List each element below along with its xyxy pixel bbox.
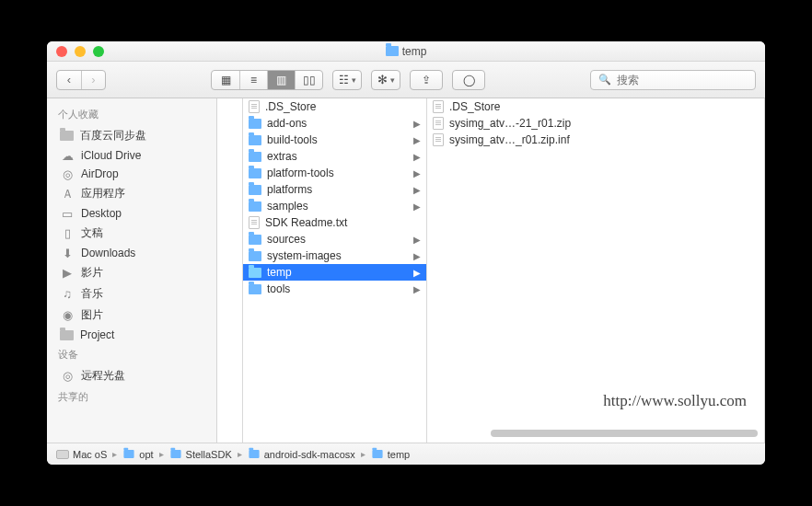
file-row[interactable]: SDK Readme.txt (243, 214, 426, 231)
file-name: system-images (267, 249, 342, 262)
folder-icon (249, 268, 261, 278)
path-bar: Mac oS▸opt▸StellaSDK▸android-sdk-macosx▸… (47, 443, 765, 465)
sidebar-item-label: 百度云同步盘 (80, 128, 146, 144)
path-separator: ▸ (236, 449, 244, 459)
finder-window: temp ‹ › ▦ ≡ ▥ ▯▯ ☷▾ ✻▾ ⇪ ◯ 🔍 个人收藏百度云同步盘… (47, 41, 765, 465)
chevron-right-icon: ▶ (413, 135, 421, 145)
chevron-right-icon: ▶ (413, 201, 421, 212)
view-list-button[interactable]: ≡ (239, 71, 267, 89)
window-title-text: temp (402, 45, 427, 58)
sidebar-item[interactable]: ▭Desktop (47, 204, 216, 223)
airdrop-icon: ◎ (60, 167, 75, 180)
sidebar-item[interactable]: ◎AirDrop (47, 165, 216, 183)
chevron-down-icon: ▾ (352, 75, 356, 85)
grid-icon: ▦ (221, 74, 231, 86)
sidebar-item[interactable]: Project (47, 326, 216, 344)
chevron-down-icon: ▾ (390, 75, 395, 85)
file-row[interactable]: tools▶ (243, 281, 426, 297)
sidebar-item-label: Desktop (81, 207, 122, 220)
file-name: sources (267, 233, 306, 246)
close-button[interactable] (56, 46, 67, 57)
chevron-right-icon: ▶ (413, 152, 421, 162)
file-row[interactable]: extras▶ (243, 148, 426, 165)
file-name: platforms (267, 183, 312, 196)
file-name: .DS_Store (449, 100, 500, 113)
titlebar: temp (47, 41, 765, 62)
folder-icon (249, 201, 261, 212)
file-row[interactable]: platform-tools▶ (243, 165, 426, 181)
tag-icon: ◯ (463, 74, 475, 86)
file-row[interactable]: system-images▶ (243, 247, 426, 264)
sidebar-item-label: 影片 (81, 265, 103, 281)
pictures-icon: ◉ (60, 309, 75, 322)
file-row[interactable]: sources▶ (243, 231, 426, 247)
search-icon: 🔍 (598, 74, 611, 86)
sidebar-item[interactable]: ♫音乐 (47, 283, 216, 305)
search-field[interactable]: 🔍 (590, 70, 756, 90)
sidebar: 个人收藏百度云同步盘☁︎iCloud Drive◎AirDropＡ应用程序▭De… (47, 98, 217, 443)
file-row[interactable]: .DS_Store (243, 98, 426, 115)
file-row[interactable]: sysimg_atv…-21_r01.zip (427, 115, 764, 132)
sidebar-item[interactable]: ▶︎影片 (47, 262, 216, 283)
horizontal-scrollbar[interactable] (217, 430, 758, 439)
folder-icon (249, 235, 261, 245)
minimize-button[interactable] (75, 46, 86, 57)
path-segment[interactable]: temp (388, 449, 410, 460)
folder-icon (249, 284, 261, 294)
file-icon (433, 133, 444, 146)
folder-icon (249, 251, 261, 261)
view-gallery-button[interactable]: ▯▯ (295, 71, 322, 89)
path-segment[interactable]: Mac oS (73, 449, 107, 460)
path-segment[interactable]: android-sdk-macosx (264, 449, 355, 460)
sidebar-item-label: Project (80, 328, 114, 341)
action-button[interactable]: ✻▾ (372, 71, 400, 89)
zoom-button[interactable] (93, 46, 104, 57)
file-row[interactable]: temp▶ (243, 264, 426, 281)
sidebar-section-header: 共享的 (47, 386, 216, 408)
sidebar-item[interactable]: Ａ应用程序 (47, 183, 216, 204)
tags-button[interactable]: ◯ (452, 70, 485, 90)
file-name: SDK Readme.txt (265, 216, 347, 229)
forward-button[interactable]: › (81, 71, 105, 89)
traffic-lights (47, 46, 104, 57)
view-icon-button[interactable]: ▦ (212, 71, 239, 89)
chevron-right-icon: ▶ (413, 185, 421, 195)
cloud-icon: ☁︎ (60, 149, 75, 162)
sidebar-item[interactable]: ☁︎iCloud Drive (47, 146, 216, 165)
view-column-button[interactable]: ▥ (267, 71, 295, 89)
file-row[interactable]: sysimg_atv…_r01.zip.inf (427, 132, 764, 148)
sidebar-item[interactable]: 百度云同步盘 (47, 125, 216, 146)
file-row[interactable]: platforms▶ (243, 181, 426, 198)
music-icon: ♫ (60, 288, 75, 301)
sidebar-item[interactable]: ⬇︎Downloads (47, 244, 216, 262)
sidebar-item-label: 文稿 (81, 225, 103, 241)
share-button[interactable]: ⇪ (410, 70, 443, 90)
sidebar-item[interactable]: ◎远程光盘 (47, 365, 216, 386)
list-icon: ≡ (250, 74, 257, 86)
file-name: add-ons (267, 117, 307, 130)
sidebar-item-label: Downloads (81, 247, 135, 259)
file-row[interactable]: samples▶ (243, 198, 426, 214)
back-button[interactable]: ‹ (57, 71, 81, 89)
sidebar-section-header: 设备 (47, 344, 216, 365)
sidebar-item-label: 应用程序 (81, 186, 125, 201)
file-row[interactable]: add-ons▶ (243, 115, 426, 132)
chevron-left-icon: ‹ (67, 73, 71, 86)
sidebar-item[interactable]: ◉图片 (47, 305, 216, 326)
path-segment[interactable]: StellaSDK (186, 449, 232, 460)
path-segment[interactable]: opt (139, 449, 153, 460)
file-name: tools (267, 282, 290, 295)
sidebar-item-label: 图片 (81, 307, 103, 323)
sidebar-section-header: 个人收藏 (47, 104, 216, 125)
sidebar-item[interactable]: ▯文稿 (47, 223, 216, 244)
path-separator: ▸ (359, 449, 367, 459)
file-row[interactable]: .DS_Store (427, 98, 764, 115)
documents-icon: ▯ (60, 227, 75, 240)
search-input[interactable] (617, 74, 755, 86)
gallery-icon: ▯▯ (303, 74, 316, 86)
sidebar-item-label: AirDrop (81, 167, 119, 180)
file-icon (249, 100, 260, 113)
arrange-button[interactable]: ☷▾ (333, 71, 361, 89)
file-row[interactable]: build-tools▶ (243, 132, 426, 148)
file-name: sysimg_atv…_r01.zip.inf (449, 133, 570, 146)
